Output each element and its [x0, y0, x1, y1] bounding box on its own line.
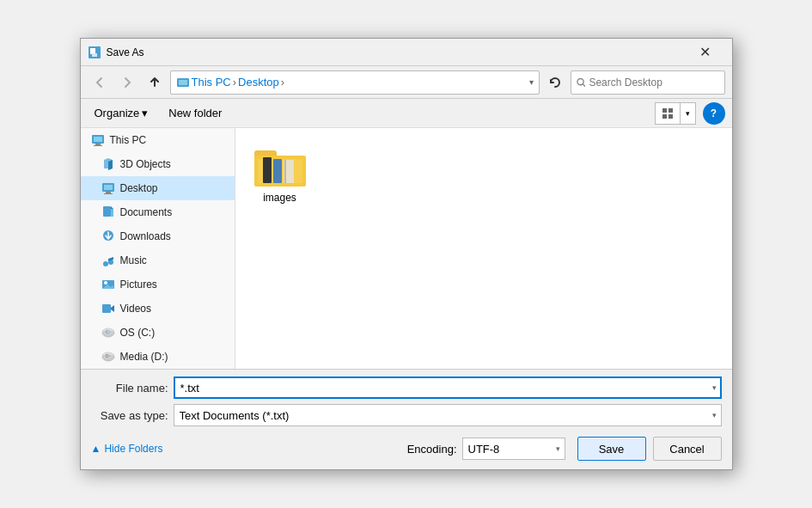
sidebar-item-3d-objects[interactable]: 3D Objects	[81, 152, 235, 176]
sidebar-label-media-d: Media (D:)	[120, 351, 168, 363]
svg-rect-22	[103, 206, 111, 217]
hide-folders-icon: ▲	[91, 443, 101, 455]
svg-rect-14	[94, 145, 102, 146]
svg-rect-1	[90, 48, 95, 54]
sidebar-item-documents[interactable]: Documents	[81, 200, 235, 224]
view-button[interactable]	[655, 102, 681, 125]
organize-label: Organize	[95, 107, 140, 119]
svg-rect-21	[104, 193, 113, 194]
close-button[interactable]: ✕	[686, 40, 725, 65]
sidebar-item-desktop[interactable]: Desktop	[81, 176, 235, 200]
bottom-actions-row: ▲ Hide Folders Encoding: UTF-8 ANSI Unic…	[91, 431, 722, 462]
search-box	[571, 70, 725, 95]
organize-dropdown-icon: ▾	[142, 107, 148, 119]
sidebar-item-downloads[interactable]: Downloads	[81, 224, 235, 248]
hide-folders-button[interactable]: ▲ Hide Folders	[91, 443, 163, 455]
save-button[interactable]: Save	[577, 437, 646, 461]
svg-rect-10	[669, 114, 673, 119]
svg-rect-2	[92, 53, 97, 57]
refresh-button[interactable]	[543, 70, 567, 95]
filename-input[interactable]	[174, 376, 722, 399]
bottom-area: File name: ▾ Save as type: Text Document…	[81, 369, 732, 469]
sidebar-label-desktop: Desktop	[120, 182, 158, 194]
sidebar-item-this-pc[interactable]: This PC	[81, 128, 235, 152]
title-bar-controls: ✕	[686, 40, 725, 65]
documents-icon	[101, 205, 115, 219]
sidebar-item-music[interactable]: Music	[81, 248, 235, 272]
address-bar[interactable]: This PC › Desktop › ▾	[170, 70, 540, 95]
svg-rect-13	[95, 144, 101, 145]
cancel-button[interactable]: Cancel	[653, 437, 722, 461]
breadcrumb-desktop[interactable]: Desktop	[238, 76, 279, 89]
encoding-select[interactable]: UTF-8 ANSI Unicode	[462, 438, 565, 460]
desktop-icon	[101, 181, 115, 195]
file-area: images	[235, 128, 732, 369]
action-buttons: Save Cancel	[577, 437, 722, 461]
savetype-row: Save as type: Text Documents (*.txt) All…	[91, 404, 722, 426]
savetype-select-wrapper: Text Documents (*.txt) All Files (*.*) ▾	[174, 404, 722, 426]
3d-objects-icon	[101, 157, 115, 171]
svg-rect-9	[662, 114, 667, 119]
sidebar-item-os-c[interactable]: C: OS (C:)	[81, 321, 235, 345]
filename-label: File name:	[91, 382, 168, 395]
sidebar-label-3d-objects: 3D Objects	[120, 158, 171, 170]
encoding-label: Encoding:	[407, 443, 457, 456]
sidebar-item-media-d[interactable]: D: Media (D:)	[81, 345, 235, 369]
search-icon	[577, 77, 586, 88]
address-dropdown-arrow[interactable]: ▾	[529, 77, 534, 87]
folder-images[interactable]: images	[246, 138, 314, 209]
breadcrumb-thispc[interactable]: This PC	[192, 76, 231, 89]
sidebar-label-os-c: OS (C:)	[120, 327, 156, 339]
new-folder-label: New folder	[168, 107, 222, 119]
downloads-icon	[101, 230, 115, 243]
svg-marker-32	[111, 305, 114, 312]
search-input[interactable]	[589, 77, 718, 89]
svg-rect-7	[662, 108, 667, 113]
sidebar-label-this-pc: This PC	[110, 134, 147, 146]
svg-rect-44	[263, 157, 272, 183]
svg-rect-8	[669, 108, 673, 113]
music-icon	[101, 254, 115, 267]
savetype-label: Save as type:	[91, 409, 168, 422]
toolbar: Organize ▾ New folder ▾ ?	[81, 99, 732, 128]
dialog-title: Save As	[107, 46, 686, 58]
new-folder-button[interactable]: New folder	[162, 103, 229, 123]
svg-line-6	[583, 83, 585, 86]
svg-rect-45	[273, 159, 282, 183]
filename-dropdown-arrow[interactable]: ▾	[712, 383, 717, 392]
svg-rect-20	[106, 192, 111, 193]
svg-rect-31	[102, 304, 111, 313]
encoding-group: Encoding: UTF-8 ANSI Unicode ▾	[407, 438, 565, 460]
help-button[interactable]: ?	[703, 102, 725, 125]
svg-marker-17	[108, 160, 113, 170]
svg-rect-24	[111, 209, 113, 217]
os-c-icon: C:	[101, 326, 115, 340]
sidebar-item-pictures[interactable]: Pictures	[81, 272, 235, 297]
filename-input-wrapper: ▾	[174, 376, 722, 399]
this-pc-icon	[91, 133, 105, 147]
svg-rect-47	[284, 160, 286, 183]
pictures-icon	[101, 278, 115, 291]
videos-icon	[101, 302, 115, 315]
sidebar-label-downloads: Downloads	[120, 230, 171, 242]
sidebar-label-pictures: Pictures	[120, 278, 157, 291]
breadcrumb: This PC › Desktop ›	[176, 76, 526, 89]
sidebar-label-videos: Videos	[120, 303, 151, 315]
forward-button[interactable]	[115, 70, 139, 95]
sidebar-item-videos[interactable]: Videos	[81, 297, 235, 321]
up-button[interactable]	[143, 70, 167, 95]
folder-name: images	[263, 192, 296, 204]
dialog-icon	[88, 46, 101, 59]
title-bar: Save As ✕	[81, 39, 732, 66]
organize-button[interactable]: Organize ▾	[88, 103, 156, 123]
savetype-select[interactable]: Text Documents (*.txt) All Files (*.*)	[174, 404, 722, 426]
svg-marker-23	[111, 206, 113, 209]
svg-text:C:: C:	[106, 329, 111, 334]
media-d-icon: D:	[101, 350, 115, 364]
encoding-select-wrapper: UTF-8 ANSI Unicode ▾	[462, 438, 565, 460]
back-button[interactable]	[88, 70, 112, 95]
view-dropdown-button[interactable]: ▾	[681, 102, 696, 125]
svg-text:D:: D:	[106, 353, 110, 358]
svg-rect-19	[104, 185, 113, 190]
svg-point-26	[103, 261, 108, 266]
